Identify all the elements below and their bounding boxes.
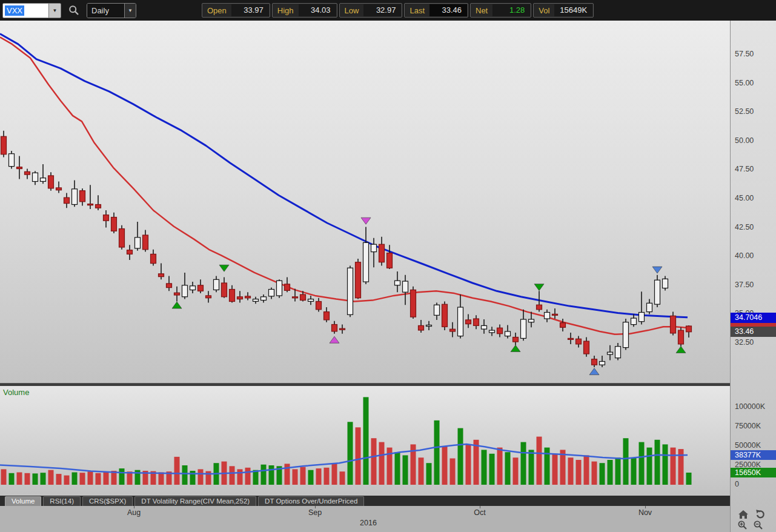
volume-bar bbox=[379, 442, 385, 485]
candle-body bbox=[17, 167, 22, 169]
candle-body bbox=[442, 304, 448, 327]
candle-body bbox=[348, 268, 353, 314]
symbol-combo: VXX ▼ bbox=[2, 3, 61, 18]
tab-rsi-14[interactable]: RSI(14) bbox=[43, 496, 81, 506]
volume-bar bbox=[663, 444, 668, 485]
volume-bar bbox=[592, 462, 597, 485]
volume-bar bbox=[348, 422, 353, 485]
year-label: 2016 bbox=[360, 519, 377, 527]
volume-bar bbox=[230, 466, 235, 485]
volume-bar bbox=[513, 457, 519, 485]
month-label-nov: Nov bbox=[638, 508, 652, 517]
price-chart[interactable] bbox=[0, 21, 730, 383]
toolbar: VXX ▼ Daily ▼ Open33.97High34.03Low32.97… bbox=[0, 0, 776, 21]
timeframe-select[interactable]: Daily bbox=[87, 4, 124, 18]
candle-body bbox=[552, 314, 558, 315]
volume-bar bbox=[33, 473, 38, 485]
candle-body bbox=[88, 204, 93, 205]
candle-body bbox=[655, 280, 660, 304]
candle-body bbox=[1, 136, 7, 155]
tab-crs-spx[interactable]: CRS($SPX) bbox=[82, 496, 133, 506]
volume-bar bbox=[324, 468, 330, 485]
candle-body bbox=[174, 293, 180, 295]
candle-body bbox=[56, 188, 62, 190]
candle-body bbox=[159, 274, 164, 277]
zoom-out-icon[interactable] bbox=[753, 520, 765, 531]
volume-bar bbox=[72, 473, 78, 485]
candle-body bbox=[576, 339, 582, 344]
candle-body bbox=[33, 173, 38, 181]
volume-bar bbox=[96, 473, 101, 485]
volume-tick-label: 75000K bbox=[735, 422, 761, 430]
volume-bar bbox=[505, 452, 511, 485]
volume-bar bbox=[623, 438, 629, 485]
volume-bar bbox=[568, 457, 574, 485]
home-icon[interactable] bbox=[737, 509, 749, 520]
candle-body bbox=[379, 244, 385, 262]
price-tick-label: 55.00 bbox=[735, 79, 754, 87]
volume-bar bbox=[647, 448, 652, 485]
search-icon[interactable] bbox=[67, 4, 81, 17]
candle-body bbox=[450, 329, 456, 331]
quote-value: 33.46 bbox=[429, 4, 467, 16]
volume-bar bbox=[600, 463, 605, 485]
volume-bar bbox=[615, 457, 621, 485]
volume-bar bbox=[269, 465, 274, 485]
volume-bar bbox=[482, 450, 487, 485]
quote-value: 32.97 bbox=[363, 4, 401, 16]
quote-field-net: Net1.28 bbox=[470, 3, 531, 18]
candle-body bbox=[466, 320, 471, 324]
volume-bar bbox=[639, 442, 645, 485]
quote-label: High bbox=[273, 6, 299, 15]
volume-bar bbox=[159, 473, 164, 485]
timeframe-combo: Daily ▼ bbox=[87, 3, 136, 18]
volume-chart[interactable]: Volume bbox=[0, 386, 730, 496]
price-tick-label: 37.50 bbox=[735, 281, 754, 289]
volume-bar bbox=[671, 448, 676, 485]
volume-bar bbox=[442, 446, 448, 485]
volume-bar bbox=[466, 444, 471, 485]
candle-body bbox=[474, 319, 479, 325]
signal-down-triangle bbox=[361, 218, 371, 224]
volume-bar bbox=[285, 464, 290, 485]
symbol-dropdown-button[interactable]: ▼ bbox=[48, 4, 61, 18]
volume-bar bbox=[316, 468, 322, 485]
volume-bar bbox=[426, 463, 432, 485]
tab-dt-options-over-underpriced[interactable]: DT Options Over/UnderPriced bbox=[258, 496, 364, 506]
candle-body bbox=[395, 281, 400, 285]
candle-body bbox=[64, 198, 70, 204]
volume-bar bbox=[174, 457, 180, 485]
candle-body bbox=[529, 319, 534, 322]
volume-bar bbox=[237, 469, 243, 485]
candle-body bbox=[80, 191, 85, 202]
charting-application: VXX ▼ Daily ▼ Open33.97High34.03Low32.97… bbox=[0, 0, 776, 532]
candle-body bbox=[631, 318, 637, 325]
volume-bar bbox=[198, 469, 204, 485]
candle-body bbox=[615, 347, 621, 358]
tab-dt-volatility-range-civ-mean-252[interactable]: DT Volatility Range(CIV Mean,252) bbox=[134, 496, 256, 506]
undo-icon[interactable] bbox=[754, 509, 766, 520]
candle-body bbox=[198, 285, 204, 291]
volume-bar bbox=[48, 470, 54, 485]
candle-body bbox=[230, 290, 235, 302]
volume-bar bbox=[261, 465, 267, 485]
quote-field-high: High34.03 bbox=[272, 3, 337, 18]
price-axis-strip[interactable]: 57.5055.0052.5050.0047.5045.0042.5040.00… bbox=[730, 21, 776, 532]
price-tick-label: 50.00 bbox=[735, 136, 754, 145]
candle-body bbox=[647, 303, 652, 311]
signal-down-triangle bbox=[652, 267, 662, 273]
zoom-in-icon[interactable] bbox=[737, 520, 749, 531]
candle-body bbox=[678, 330, 684, 344]
volume-bar bbox=[489, 454, 495, 485]
tab-volume[interactable]: Volume bbox=[5, 496, 41, 506]
volume-bar bbox=[356, 427, 361, 485]
candle-body bbox=[261, 297, 267, 301]
volume-bar bbox=[529, 450, 534, 485]
candle-body bbox=[96, 205, 101, 208]
timeframe-dropdown-button[interactable]: ▼ bbox=[124, 4, 136, 18]
volume-bar bbox=[182, 465, 188, 485]
price-tick-label: 47.50 bbox=[735, 165, 754, 173]
volume-bar bbox=[245, 468, 251, 485]
symbol-input[interactable]: VXX bbox=[3, 4, 48, 18]
volume-bar bbox=[293, 469, 298, 485]
